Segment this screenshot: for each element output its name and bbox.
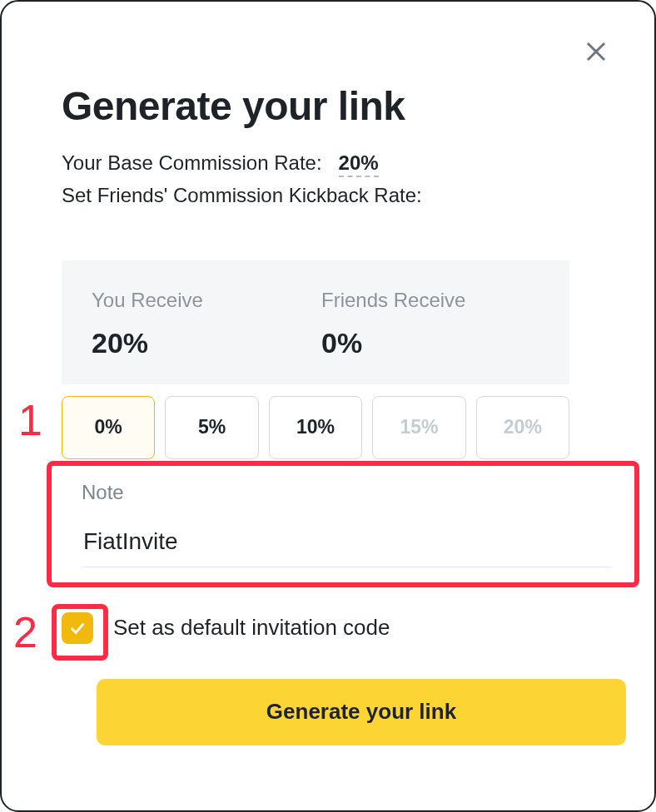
option-10pct[interactable]: 10%: [269, 396, 362, 459]
you-receive-value: 20%: [92, 327, 321, 359]
friends-receive-col: Friends Receive 0%: [321, 289, 551, 359]
option-5pct[interactable]: 5%: [165, 396, 258, 459]
friends-receive-label: Friends Receive: [321, 289, 551, 312]
base-rate-label: Your Base Commission Rate:: [62, 151, 322, 174]
receive-summary-box: You Receive 20% Friends Receive 0%: [62, 260, 569, 384]
default-checkbox[interactable]: [62, 612, 93, 644]
you-receive-col: You Receive 20%: [92, 289, 321, 359]
kickback-rate-label: Set Friends' Commission Kickback Rate:: [62, 181, 594, 210]
base-rate-line: Your Base Commission Rate: 20%: [62, 149, 594, 178]
note-input[interactable]: [82, 527, 612, 567]
default-checkbox-label: Set as default invitation code: [113, 615, 390, 641]
friends-receive-value: 0%: [321, 327, 551, 359]
you-receive-label: You Receive: [92, 289, 321, 312]
annotation-number-1: 1: [18, 395, 42, 445]
close-icon: [584, 39, 609, 64]
close-button[interactable]: [578, 33, 614, 70]
default-code-row: Set as default invitation code: [62, 612, 594, 644]
option-15pct[interactable]: 15%: [372, 396, 465, 459]
base-rate-value: 20%: [339, 151, 379, 177]
option-0pct[interactable]: 0%: [62, 396, 155, 459]
note-label: Note: [82, 481, 612, 504]
generate-link-modal: Generate your link Your Base Commission …: [0, 0, 656, 812]
modal-title: Generate your link: [62, 83, 594, 129]
kickback-options: 0% 5% 10% 15% 20%: [62, 396, 569, 459]
annotation-number-2: 2: [13, 607, 37, 657]
option-20pct[interactable]: 20%: [476, 396, 569, 459]
note-field-group: Note: [62, 459, 632, 582]
check-icon: [68, 619, 87, 637]
generate-link-button[interactable]: Generate your link: [97, 679, 626, 745]
